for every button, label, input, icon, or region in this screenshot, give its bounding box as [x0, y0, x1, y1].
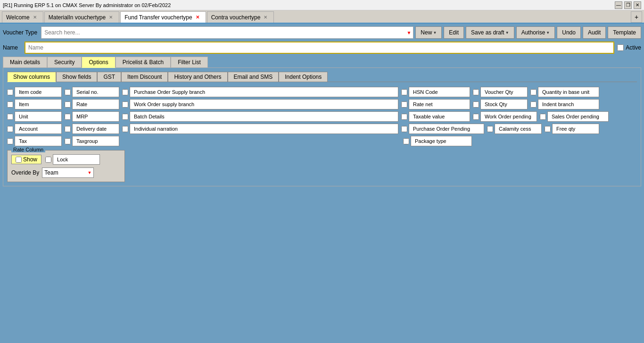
cb-serial-no-check[interactable]: [65, 89, 71, 95]
tab-welcome[interactable]: Welcome ✕: [2, 11, 43, 23]
checkbox-row-2: Item Rate Work Order supply branch Rate …: [7, 99, 637, 109]
subtab-history-and-others[interactable]: History and Others: [168, 72, 227, 82]
cb-serial-no: Serial no.: [65, 87, 119, 97]
sub-tabs: Show columns Show fields GST Item Discou…: [7, 72, 637, 82]
subtab-indent-options[interactable]: Indent Options: [279, 72, 328, 82]
cb-delivery-date-check[interactable]: [65, 126, 71, 132]
active-checkbox[interactable]: [617, 44, 624, 51]
cb-quantity-in-base-unit-check[interactable]: [530, 89, 537, 95]
title-bar-text: [R1] Running ERP 5.1 on CMAX Server By a…: [3, 2, 171, 8]
cb-rate-net-check[interactable]: [401, 101, 407, 108]
checkbox-grid: Item code Serial no. Purchase Order Supp…: [7, 87, 637, 146]
cb-quantity-in-base-unit-label: Quantity in base unit: [538, 87, 599, 97]
close-button[interactable]: ✕: [634, 1, 641, 9]
cb-calamity-cess-check[interactable]: [487, 126, 493, 132]
cb-unit: Unit: [7, 111, 62, 122]
cb-rate-label: Rate: [72, 99, 119, 109]
cb-work-order-supply-branch-check[interactable]: [122, 101, 128, 108]
tab-materialin-close[interactable]: ✕: [107, 14, 114, 21]
rate-column-lock-checkbox[interactable]: [45, 157, 51, 163]
cb-batch-details-check[interactable]: [122, 114, 128, 120]
tab-contra-close[interactable]: ✕: [262, 14, 269, 21]
subtab-email-and-sms[interactable]: Email and SMS: [228, 72, 279, 82]
tab-pricelist-batch[interactable]: Pricelist & Batch: [116, 57, 171, 67]
tab-fundtransfer[interactable]: Fund Transfer vouchertype ✕: [120, 11, 206, 23]
checkbox-row-4: Account Delivery date Individual narrati…: [7, 124, 637, 134]
cb-mrp-check[interactable]: [65, 114, 71, 120]
authorise-dropdown-arrow-icon: ▼: [546, 31, 550, 35]
content-panel: Show columns Show fields GST Item Discou…: [3, 68, 641, 186]
tab-welcome-close[interactable]: ✕: [32, 14, 38, 21]
cb-work-order-supply-branch-label: Work Order supply branch: [130, 99, 398, 109]
tab-security[interactable]: Security: [47, 57, 82, 67]
cb-individual-narration-check[interactable]: [122, 126, 128, 132]
tab-welcome-label: Welcome: [6, 14, 30, 21]
tab-main-details[interactable]: Main details: [3, 57, 47, 67]
minimize-button[interactable]: —: [615, 1, 622, 9]
cb-tax-check[interactable]: [7, 138, 13, 144]
tab-contra[interactable]: Contra vouchertype ✕: [207, 11, 274, 23]
subtab-show-columns[interactable]: Show columns: [7, 72, 56, 82]
cb-hsn-code: HSN Code: [401, 87, 470, 97]
cb-rate-check[interactable]: [65, 101, 71, 108]
tab-fundtransfer-close[interactable]: ✕: [194, 14, 201, 21]
cb-package-type-check[interactable]: [403, 138, 409, 144]
undo-button[interactable]: Undo: [557, 26, 581, 39]
cb-delivery-date-label: Delivery date: [72, 124, 119, 134]
override-by-dropdown[interactable]: Team ▼: [42, 167, 94, 178]
search-dropdown-arrow-icon[interactable]: ▼: [406, 30, 411, 35]
cb-purchase-order-supply-branch-label: Purchase Order Supply branch: [130, 87, 398, 97]
rate-column-show-checkbox[interactable]: [16, 157, 22, 163]
override-row: Overide By Team ▼: [11, 167, 121, 178]
cb-voucher-qty-check[interactable]: [473, 89, 479, 95]
edit-button[interactable]: Edit: [444, 26, 464, 39]
cb-taxgroup-check[interactable]: [65, 138, 71, 144]
save-as-draft-button[interactable]: Save as draft ▼: [466, 26, 514, 39]
tab-options[interactable]: Options: [82, 57, 115, 68]
cb-account-check[interactable]: [7, 126, 13, 132]
cb-purchase-order-supply-branch-check[interactable]: [122, 89, 128, 95]
cb-unit-check[interactable]: [7, 114, 13, 120]
cb-calamity-cess-label: Calamity cess: [495, 124, 542, 134]
cb-taxgroup-label: Taxgroup: [72, 136, 119, 146]
name-input[interactable]: [25, 42, 614, 54]
cb-item-label: Item: [15, 99, 62, 109]
cb-unit-label: Unit: [15, 111, 62, 122]
cb-delivery-date: Delivery date: [65, 124, 119, 134]
cb-work-order-pending-check[interactable]: [473, 114, 479, 120]
cb-item-code-label: Item code: [15, 87, 62, 97]
subtab-show-fields[interactable]: Show fields: [56, 72, 97, 82]
restore-button[interactable]: ❐: [624, 1, 632, 9]
active-label: Active: [626, 44, 641, 51]
cb-indent-branch-check[interactable]: [530, 101, 537, 108]
cb-sales-order-pending-check[interactable]: [540, 114, 546, 120]
cb-stock-qty: Stock Qty: [473, 99, 528, 109]
authorise-button[interactable]: Authorise ▼: [516, 26, 555, 39]
subtab-item-discount[interactable]: Item Discount: [121, 72, 168, 82]
template-button[interactable]: Template: [608, 26, 641, 39]
cb-work-order-supply-branch: Work Order supply branch: [122, 99, 398, 109]
rate-column-show-button[interactable]: Show: [11, 155, 41, 164]
cb-free-qty-check[interactable]: [545, 126, 551, 132]
audit-button[interactable]: Audit: [583, 26, 606, 39]
cb-account-label: Account: [15, 124, 62, 134]
cb-purchase-order-pending-check[interactable]: [401, 126, 407, 132]
cb-hsn-code-check[interactable]: [401, 89, 407, 95]
tab-add-button[interactable]: +: [631, 11, 642, 23]
cb-taxable-value-check[interactable]: [401, 114, 407, 120]
cb-item-code-check[interactable]: [7, 89, 13, 95]
cb-item-code: Item code: [7, 87, 62, 97]
search-input[interactable]: [44, 29, 401, 36]
cb-individual-narration: Individual narration: [122, 124, 398, 134]
inner-tabs: Main details Security Options Pricelist …: [3, 57, 641, 68]
cb-mrp: MRP: [65, 111, 119, 122]
subtab-gst[interactable]: GST: [97, 72, 121, 82]
tab-materialin[interactable]: MaterialIn vouchertype ✕: [44, 11, 119, 23]
tab-materialin-label: MaterialIn vouchertype: [49, 14, 106, 21]
tab-filter-list[interactable]: Filter List: [171, 57, 208, 67]
new-button[interactable]: New ▼: [415, 26, 442, 39]
cb-package-type-label: Package type: [411, 136, 472, 146]
search-box[interactable]: ▼: [41, 26, 413, 39]
cb-stock-qty-check[interactable]: [473, 101, 479, 108]
cb-item-check[interactable]: [7, 101, 13, 108]
